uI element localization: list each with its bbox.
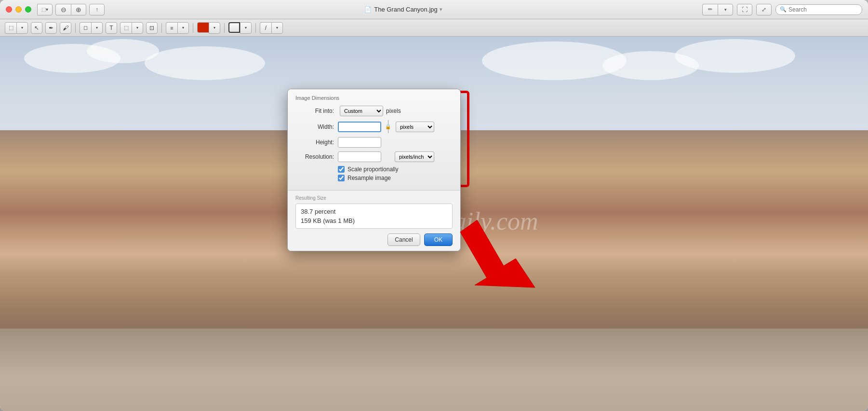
dialog-buttons: Cancel OK [295,233,453,246]
brush-btn[interactable]: 🖌 [60,22,71,34]
width-input[interactable]: 1264 [338,122,381,132]
resolution-unit-select[interactable]: pixels/inch pixels/cm [395,151,434,162]
separator2 [161,23,162,33]
separator3 [193,23,193,33]
selection-btn[interactable]: ⬚ [5,22,16,34]
separator5 [255,23,256,33]
action-btn[interactable]: ⤢ [756,4,772,15]
edit-btn[interactable]: ✏ [702,4,718,15]
fill-drop-btn[interactable]: ▾ [240,22,252,34]
stroke-drop-btn[interactable]: ▾ [271,22,283,34]
crop-btn[interactable]: ⊡ [146,22,158,34]
edit-toggle-btn[interactable]: ▾ [718,4,733,15]
dialog-top-section: Image Dimensions Fit into: Custom pixels… [288,89,460,191]
resample-checkbox-row: Resample image [338,175,453,181]
resolution-input[interactable]: 72 [338,151,381,162]
main-content: osxdaily.com Image Dimensions Fit into: … [0,37,868,411]
resolution-label: Resolution: [295,153,334,160]
file-icon: 📄 [364,6,372,13]
fullscreen-btn[interactable]: ⛶ [737,4,752,15]
dialog-bottom-section: Resulting Size 38.7 percent 159 KB (was … [288,191,460,251]
search-icon: 🔍 [780,6,787,13]
main-window: ⬚▾ ⊖ ⊕ ↑ 📄 The Grand Canyon.jpg ▾ ✏ ▾ ⛶ … [0,0,868,411]
align-btn[interactable]: ≡ [166,22,177,34]
search-field[interactable]: 🔍 [775,4,862,15]
shape-btn[interactable]: ◻ [80,22,91,34]
view-toggle-btn[interactable]: ⬚▾ [37,4,53,15]
scale-label[interactable]: Scale proportionally [347,166,398,173]
separator1 [75,23,76,33]
fit-into-select[interactable]: Custom [340,106,383,116]
fit-into-label: Fit into: [295,108,334,114]
ok-button[interactable]: OK [424,233,453,246]
close-button[interactable] [6,6,12,13]
resample-label[interactable]: Resample image [347,175,391,181]
zoom-out-btn[interactable]: ⊖ [55,4,71,15]
select-btn2[interactable]: ⬚ [120,22,132,34]
share-btn[interactable]: ↑ [89,4,105,15]
width-row: Width: 1264 🔒 pixels percent inches cm [295,120,453,133]
cancel-button[interactable]: Cancel [387,233,420,246]
window-title: The Grand Canyon.jpg [374,6,438,13]
lock-line-bottom [388,129,388,133]
pointer-btn[interactable]: ↖ [31,22,42,34]
search-input[interactable] [788,6,858,13]
minimize-button[interactable] [15,6,22,13]
pen-btn[interactable]: ✒ [45,22,57,34]
height-label: Height: [295,139,334,146]
traffic-lights [6,6,31,13]
titlebar-center: 📄 The Grand Canyon.jpg ▾ [105,6,702,13]
cloud3 [145,46,265,80]
color-btn[interactable] [197,22,209,33]
zoom-in-btn[interactable]: ⊕ [71,4,86,15]
fill-btn[interactable] [228,22,240,33]
separator4 [224,23,225,33]
selection-drop-btn[interactable]: ▾ [16,22,28,34]
fit-into-unit: pixels [386,108,401,114]
resulting-size-box: 38.7 percent 159 KB (was 1 MB) [295,204,453,229]
select-drop-btn2[interactable]: ▾ [132,22,143,34]
canyon-rock-front [0,329,868,411]
lock-icon[interactable]: 🔒 [385,124,391,129]
height-row: Height: 489 [295,137,453,148]
titlebar-right: ✏ ▾ ⛶ ⤢ 🔍 [702,4,862,15]
scale-checkbox[interactable] [338,166,345,173]
lock-container: 🔒 [383,120,393,133]
text-btn[interactable]: T [106,22,117,34]
lock-line-top [388,120,388,124]
scale-checkbox-row: Scale proportionally [338,166,453,173]
titlebar: ⬚▾ ⊖ ⊕ ↑ 📄 The Grand Canyon.jpg ▾ ✏ ▾ ⛶ … [0,0,868,19]
resample-checkbox[interactable] [338,175,345,181]
dialog-title: Image Dimensions [295,95,453,101]
shape-drop-btn[interactable]: ▾ [91,22,103,34]
color-drop-btn[interactable]: ▾ [209,22,220,34]
height-input[interactable]: 489 [338,137,381,148]
percent-display: 38.7 percent [301,208,447,215]
width-unit-select[interactable]: pixels percent inches cm [396,122,434,132]
resolution-row: Resolution: 72 pixels/inch pixels/cm [295,151,453,162]
toolbar2: ⬚ ▾ ↖ ✒ 🖌 ◻ ▾ T ⬚ ▾ ⊡ ≡ ▾ ▾ ▾ [0,19,868,37]
size-display: 159 KB (was 1 MB) [301,217,447,224]
resulting-size-title: Resulting Size [295,195,453,201]
fit-into-row: Fit into: Custom pixels [295,106,453,116]
stroke-btn[interactable]: / [260,22,271,34]
image-dimensions-dialog: Image Dimensions Fit into: Custom pixels… [287,89,461,251]
cloud6 [675,39,795,73]
maximize-button[interactable] [25,6,31,13]
width-label: Width: [295,123,334,130]
align-drop-btn[interactable]: ▾ [177,22,189,34]
